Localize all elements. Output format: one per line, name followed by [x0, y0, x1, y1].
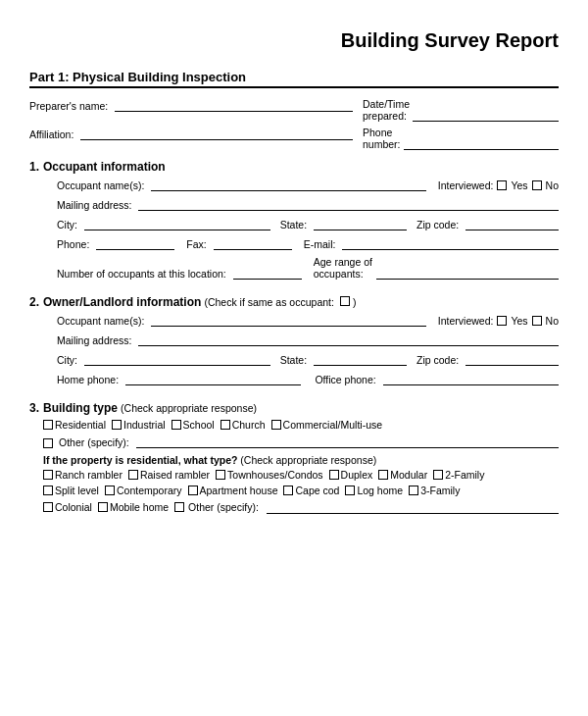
- cb-mobile-home[interactable]: [98, 502, 108, 512]
- s2-zip-label: Zip code:: [416, 354, 459, 366]
- s2-home-phone-label: Home phone:: [57, 374, 119, 385]
- cb-other-res[interactable]: [174, 502, 184, 512]
- section3-num: 3.: [29, 401, 39, 415]
- s1-occupant-names-field[interactable]: [151, 178, 425, 191]
- residential-note: (Check appropriate response): [240, 454, 376, 466]
- phone-label: Phone: [363, 127, 401, 138]
- label-modular: Modular: [390, 469, 427, 481]
- cb-log-home[interactable]: [345, 486, 355, 495]
- cb-colonial[interactable]: [43, 502, 53, 512]
- s1-yes-checkbox[interactable]: [497, 180, 507, 190]
- s1-interviewed-label: Interviewed:: [438, 179, 494, 191]
- label-raised-rambler: Raised rambler: [140, 469, 210, 481]
- s1-mailing-label: Mailing address:: [57, 199, 131, 211]
- s1-zip-label: Zip code:: [416, 219, 459, 230]
- label-townhouses: Townhouses/Condos: [227, 469, 322, 481]
- cb-church[interactable]: [220, 420, 230, 430]
- section2-block: 2. Owner/Landlord information (Check if …: [29, 295, 559, 391]
- s1-zip-field[interactable]: [466, 217, 559, 230]
- s1-num-occupants-field[interactable]: [233, 266, 302, 280]
- s2-interviewed-label: Interviewed:: [438, 315, 494, 327]
- s2-mailing-field[interactable]: [138, 332, 559, 346]
- cb-2family[interactable]: [433, 470, 443, 480]
- cb-modular[interactable]: [378, 470, 388, 480]
- other-res-field[interactable]: [267, 500, 559, 514]
- cb-3family[interactable]: [409, 486, 418, 495]
- s1-city-field[interactable]: [84, 217, 270, 230]
- s1-email-field[interactable]: [342, 236, 559, 250]
- number-label: number:: [363, 138, 401, 150]
- s1-age-range-field[interactable]: [376, 266, 559, 280]
- s1-occupants-label: occupants:: [314, 268, 372, 280]
- s2-no-label: No: [546, 315, 559, 327]
- label-split-level: Split level: [55, 485, 99, 496]
- cb-split-level[interactable]: [43, 486, 53, 495]
- s1-no-label: No: [546, 179, 559, 191]
- cb-ranch-rambler[interactable]: [43, 470, 53, 480]
- s2-yes-checkbox[interactable]: [497, 316, 507, 326]
- section3-note: (Check appropriate response): [121, 402, 257, 414]
- s1-email-label: E-mail:: [304, 238, 336, 250]
- s1-state-field[interactable]: [314, 217, 407, 230]
- s2-office-phone-label: Office phone:: [315, 374, 375, 385]
- date-time-field[interactable]: [413, 108, 559, 122]
- label-log-home: Log home: [357, 485, 403, 496]
- s2-occupant-names-label: Occupant name(s):: [57, 315, 144, 327]
- cb-contemporary[interactable]: [105, 486, 115, 495]
- section2-title: Owner/Landlord information: [43, 295, 201, 309]
- cb-duplex[interactable]: [329, 470, 339, 480]
- section1-title: Occupant information: [43, 160, 166, 174]
- s2-state-field[interactable]: [314, 352, 407, 366]
- affiliation-field[interactable]: [80, 127, 353, 140]
- cb-raised-rambler[interactable]: [128, 470, 138, 480]
- other-label: Other (specify):: [59, 436, 129, 448]
- s2-mailing-label: Mailing address:: [57, 334, 131, 346]
- cb-industrial[interactable]: [112, 420, 122, 430]
- residential-types-block: If the property is residential, what typ…: [43, 454, 559, 514]
- cb-cape-cod[interactable]: [283, 486, 293, 495]
- section2-note: (Check if same as occupant:: [204, 296, 333, 308]
- other-res-label: Other (specify):: [188, 501, 259, 513]
- s2-home-phone-field[interactable]: [125, 372, 301, 385]
- label-commercial: Commercial/Multi-use: [283, 419, 383, 431]
- s2-city-field[interactable]: [84, 352, 270, 366]
- s1-yes-label: Yes: [511, 179, 527, 191]
- cb-apartment[interactable]: [188, 486, 198, 495]
- s1-state-label: State:: [280, 219, 307, 230]
- s2-city-label: City:: [57, 354, 77, 366]
- affiliation-label: Affiliation:: [29, 128, 74, 140]
- s1-fax-label: Fax:: [186, 238, 206, 250]
- preparers-name-field[interactable]: [115, 98, 353, 112]
- cb-residential[interactable]: [43, 420, 53, 430]
- s1-phone-label: Phone:: [57, 238, 89, 250]
- s1-city-label: City:: [57, 219, 77, 230]
- date-time-label: Date/Time: [363, 98, 410, 110]
- s1-age-range-label: Age range of: [314, 256, 372, 268]
- s2-office-phone-field[interactable]: [383, 372, 559, 385]
- label-ranch-rambler: Ranch rambler: [55, 469, 122, 481]
- section1-num: 1.: [29, 160, 39, 174]
- cb-school[interactable]: [172, 420, 181, 430]
- s1-fax-field[interactable]: [214, 236, 292, 250]
- label-colonial: Colonial: [55, 501, 92, 513]
- s2-no-checkbox[interactable]: [532, 316, 542, 326]
- s1-no-checkbox[interactable]: [532, 180, 542, 190]
- cb-commercial[interactable]: [271, 420, 281, 430]
- s2-occupant-names-field[interactable]: [151, 313, 425, 327]
- cb-other[interactable]: [43, 438, 53, 448]
- page-title: Building Survey Report: [29, 29, 559, 52]
- other-field[interactable]: [136, 435, 559, 448]
- s1-phone-field[interactable]: [96, 236, 174, 250]
- label-school: School: [183, 419, 215, 431]
- label-industrial: Industrial: [123, 419, 166, 431]
- s2-zip-field[interactable]: [466, 352, 559, 366]
- label-residential: Residential: [55, 419, 106, 431]
- section1-block: 1. Occupant information Occupant name(s)…: [29, 160, 559, 285]
- s1-occupant-names-label: Occupant name(s):: [57, 179, 144, 191]
- label-cape-cod: Cape cod: [295, 485, 339, 496]
- s1-mailing-field[interactable]: [138, 197, 559, 211]
- cb-townhouses[interactable]: [216, 470, 225, 480]
- s2-same-checkbox[interactable]: [340, 296, 350, 306]
- phone-number-field[interactable]: [404, 136, 559, 150]
- label-mobile-home: Mobile home: [110, 501, 169, 513]
